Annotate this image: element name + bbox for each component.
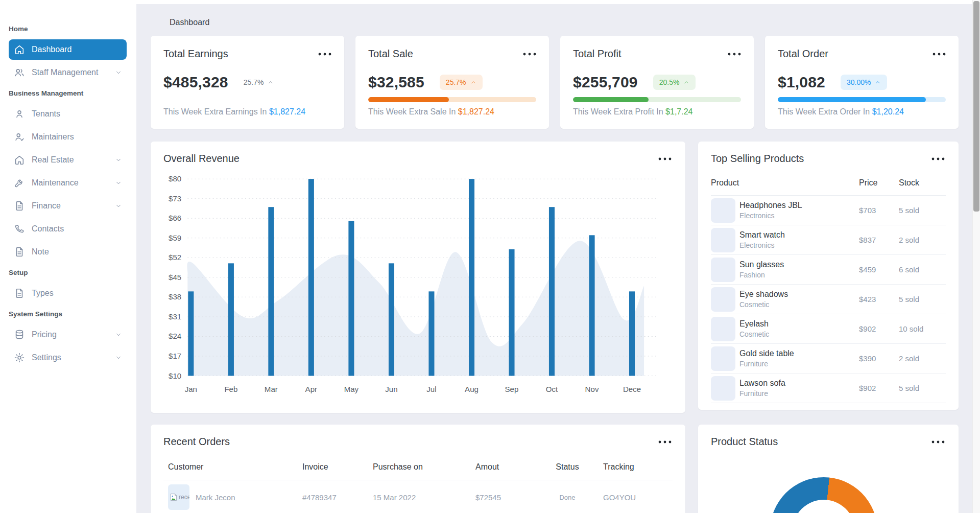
sidebar-item-label: Types bbox=[32, 289, 54, 298]
svg-text:Jul: Jul bbox=[426, 385, 436, 393]
svg-text:$52: $52 bbox=[169, 253, 181, 262]
recent-orders-panel: Recent Orders CustomerInvoicePusrchase o… bbox=[151, 425, 685, 513]
sidebar: HomeDashboardStaff ManagementBusiness Ma… bbox=[0, 0, 136, 513]
footer-text: This Week Extra Earnings In bbox=[163, 107, 269, 116]
sidebar-item-label: Maintenance bbox=[32, 178, 79, 188]
user-icon bbox=[14, 108, 25, 120]
panel-menu-button[interactable] bbox=[930, 156, 946, 162]
sidebar-item-finance[interactable]: Finance bbox=[9, 196, 127, 216]
revenue-bar-chart: $80$73$66$59$52$45$38$31$24$17$10JanFebM… bbox=[162, 171, 674, 399]
database-icon bbox=[14, 329, 25, 340]
product-price: $459 bbox=[859, 265, 899, 274]
svg-text:Nov: Nov bbox=[585, 385, 599, 393]
sidebar-item-label: Tenants bbox=[32, 109, 60, 119]
gear-icon bbox=[14, 352, 25, 363]
panel-title: Top Selling Products bbox=[711, 153, 804, 165]
sidebar-section-label: Home bbox=[9, 25, 127, 33]
product-row[interactable]: Gold side tableFurniture$3902 sold bbox=[711, 344, 946, 374]
user-check-icon bbox=[14, 131, 25, 143]
sidebar-item-label: Note bbox=[32, 247, 49, 256]
svg-text:$17: $17 bbox=[169, 352, 181, 360]
panel-menu-button[interactable] bbox=[657, 156, 673, 162]
sidebar-item-tenants[interactable]: Tenants bbox=[9, 104, 127, 124]
sidebar-item-staff-management[interactable]: Staff Management bbox=[9, 62, 127, 83]
sidebar-section-label: System Settings bbox=[9, 310, 127, 318]
chevron-down-icon bbox=[115, 69, 122, 76]
svg-text:Mar: Mar bbox=[265, 385, 278, 393]
orders-column-header-pusrchase-on: Pusrchase on bbox=[373, 462, 475, 472]
scrollbar-track[interactable] bbox=[972, 0, 980, 513]
order-row[interactable]: receMark Jecon#478934715 Mar 2022$72545D… bbox=[163, 480, 673, 513]
product-status-donut-chart bbox=[770, 477, 877, 513]
top-selling-panel: Top Selling Products Product Price Stock… bbox=[698, 142, 959, 410]
card-title: Total Earnings bbox=[163, 48, 228, 60]
file-icon bbox=[14, 288, 25, 299]
product-row[interactable]: Lawson sofaFurniture$9025 sold bbox=[711, 374, 946, 403]
card-title: Total Profit bbox=[573, 48, 621, 60]
product-row[interactable]: Smart watchElectronics$8372 sold bbox=[711, 225, 946, 255]
card-menu-button[interactable] bbox=[726, 51, 743, 57]
change-badge: 25.7% bbox=[440, 75, 483, 90]
customer-avatar-broken-image: rece bbox=[168, 484, 189, 510]
card-menu-button[interactable] bbox=[931, 51, 947, 57]
sidebar-item-note[interactable]: Note bbox=[9, 242, 127, 262]
chevron-up-icon bbox=[470, 79, 476, 85]
product-price: $902 bbox=[859, 324, 899, 333]
breadcrumb: Dashboard bbox=[170, 18, 209, 27]
footer-text: This Week Extra Order In bbox=[778, 107, 872, 116]
product-name: Eye shadows bbox=[739, 290, 859, 299]
sidebar-item-pricing[interactable]: Pricing bbox=[9, 324, 127, 345]
svg-text:Feb: Feb bbox=[224, 385, 237, 393]
card-value: $1,082 bbox=[778, 74, 825, 91]
product-thumbnail bbox=[711, 346, 735, 371]
scrollbar-thumb[interactable] bbox=[973, 1, 979, 212]
product-stock: 5 sold bbox=[899, 295, 946, 304]
product-row[interactable]: EyelashCosmetic$90210 sold bbox=[711, 314, 946, 344]
sidebar-item-real-estate[interactable]: Real Estate bbox=[9, 150, 127, 170]
product-row[interactable]: Headphones JBLElectronics$7035 sold bbox=[711, 196, 946, 225]
svg-text:Oct: Oct bbox=[546, 385, 558, 393]
change-value: 30.00% bbox=[847, 79, 871, 86]
product-price: $390 bbox=[859, 354, 899, 363]
card-menu-button[interactable] bbox=[521, 51, 538, 57]
orders-column-header-amout: Amout bbox=[475, 462, 532, 472]
panel-menu-button[interactable] bbox=[930, 439, 946, 445]
column-header-product: Product bbox=[711, 178, 859, 188]
card-menu-button[interactable] bbox=[317, 51, 333, 57]
svg-text:Apr: Apr bbox=[305, 385, 317, 393]
sidebar-item-contacts[interactable]: Contacts bbox=[9, 219, 127, 239]
order-customer: Mark Jecon bbox=[196, 493, 235, 502]
svg-text:May: May bbox=[344, 385, 359, 393]
product-row[interactable]: Eye shadowsCosmetic$4235 sold bbox=[711, 285, 946, 314]
product-price: $423 bbox=[859, 295, 899, 304]
column-header-price: Price bbox=[859, 178, 899, 188]
footer-value: $1,827.24 bbox=[458, 107, 494, 116]
card-value: $32,585 bbox=[368, 74, 424, 91]
panel-menu-button[interactable] bbox=[657, 439, 673, 445]
sidebar-item-types[interactable]: Types bbox=[9, 283, 127, 304]
card-value: $255,709 bbox=[573, 74, 638, 91]
users-icon bbox=[14, 67, 25, 78]
chevron-down-icon bbox=[115, 354, 122, 361]
product-row[interactable]: Sun glassesFashion$4596 sold bbox=[711, 255, 946, 285]
footer-text: This Week Extra Profit In bbox=[573, 107, 665, 116]
sidebar-item-label: Contacts bbox=[32, 224, 64, 234]
sidebar-section-label: Business Management bbox=[9, 89, 127, 97]
sidebar-item-maintainers[interactable]: Maintainers bbox=[9, 127, 127, 147]
svg-text:Aug: Aug bbox=[465, 385, 479, 393]
svg-text:Jan: Jan bbox=[185, 385, 197, 393]
stat-card-total-profit: Total Profit$255,70920.5%This Week Extra… bbox=[560, 36, 754, 129]
orders-column-header-tracking: Tracking bbox=[603, 462, 673, 472]
file-icon bbox=[14, 200, 25, 212]
chevron-down-icon bbox=[115, 156, 122, 164]
product-category: Cosmetic bbox=[739, 330, 859, 338]
sidebar-item-maintenance[interactable]: Maintenance bbox=[9, 173, 127, 193]
chevron-down-icon bbox=[115, 331, 122, 338]
change-badge: 25.7% bbox=[244, 79, 274, 86]
phone-icon bbox=[14, 223, 25, 235]
change-badge: 20.5% bbox=[653, 75, 696, 90]
sidebar-item-dashboard[interactable]: Dashboard bbox=[9, 39, 127, 60]
svg-text:$80: $80 bbox=[169, 174, 181, 183]
sidebar-item-settings[interactable]: Settings bbox=[9, 347, 127, 368]
stat-card-total-earnings: Total Earnings$485,32825.7%This Week Ext… bbox=[151, 36, 344, 129]
